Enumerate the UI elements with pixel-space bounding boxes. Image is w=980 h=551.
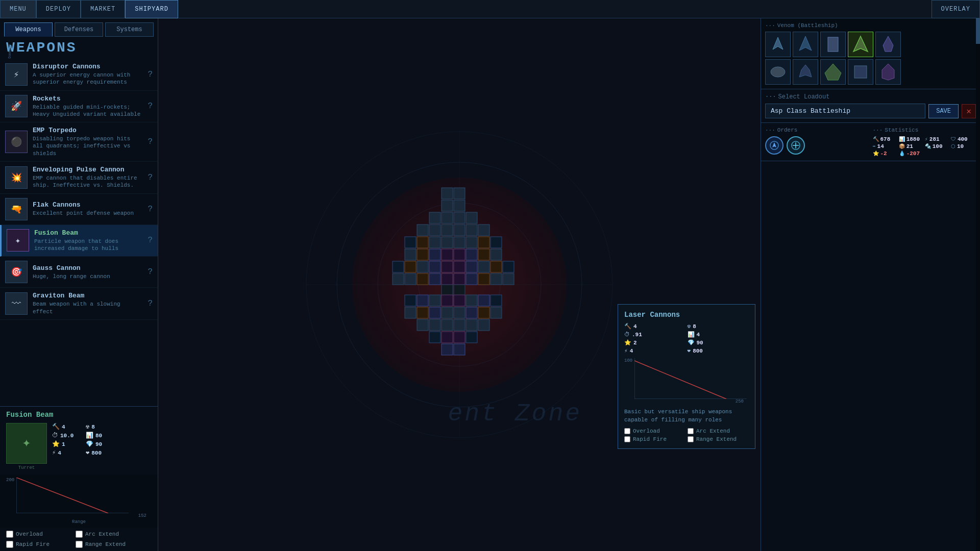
ship-thumb[interactable] [765, 32, 791, 57]
ship-title: Venom (Battleship) [777, 22, 838, 29]
weapon-item[interactable]: 🚀 Rockets Reliable guided mini-rockets; … [0, 91, 158, 123]
weapon-item[interactable]: 🎯 Gauss Cannon Huge, long range cannon ? [0, 257, 158, 288]
order-icon-1[interactable] [765, 136, 783, 155]
help-icon[interactable]: ? [148, 137, 153, 146]
help-icon[interactable]: ? [148, 267, 153, 277]
svg-point-93 [771, 67, 785, 77]
svg-rect-24 [429, 237, 440, 248]
ship-thumb[interactable] [793, 32, 818, 57]
popup-overload-checkbox[interactable] [624, 428, 630, 434]
save-loadout-button[interactable]: SAVE [928, 104, 959, 118]
weapon-item[interactable]: 🔫 Flak Cannons Excellent point defense w… [0, 194, 158, 225]
svg-rect-26 [454, 237, 465, 248]
weapon-name: Gauss Cannon [33, 264, 142, 272]
arc-extend-checkbox[interactable] [76, 531, 83, 538]
weapon-icon: 〰 [5, 292, 28, 315]
overlay-button[interactable]: OVERLAY [932, 0, 980, 18]
help-icon[interactable]: ? [148, 299, 153, 308]
help-icon[interactable]: ? [148, 236, 153, 245]
weapon-item[interactable]: 〰 Graviton Beam Beam weapon with a slowi… [0, 288, 158, 320]
svg-marker-95 [825, 64, 841, 80]
svg-rect-84 [454, 332, 465, 343]
help-icon[interactable]: ? [148, 102, 153, 111]
order-icon-2[interactable] [787, 136, 805, 155]
svg-rect-66 [478, 295, 489, 306]
ship-thumb[interactable] [820, 32, 846, 57]
svg-rect-63 [442, 295, 453, 306]
svg-rect-34 [454, 249, 465, 260]
shipyard-button[interactable]: SHIPYARD [125, 0, 178, 18]
svg-rect-71 [442, 307, 453, 318]
rapid-fire-option[interactable]: Rapid Fire [6, 541, 72, 548]
ship-thumb[interactable] [820, 59, 846, 85]
popup-title: Laser Cannons [624, 311, 749, 319]
arc-extend-option[interactable]: Arc Extend [76, 531, 142, 538]
weapon-item[interactable]: ⚡ Disruptor Cannons A superior energy ca… [0, 59, 158, 91]
popup-diamond-icon: 💎 [688, 339, 695, 346]
svg-rect-70 [429, 307, 440, 318]
weapon-detail: Fusion Beam ✦ Turret 🔨 4 ☢ 8 [0, 406, 158, 474]
range-extend-checkbox[interactable] [76, 541, 83, 548]
wrench-stat-icon: 🔩 [925, 143, 931, 149]
svg-rect-65 [466, 295, 477, 306]
tab-weapons[interactable]: Weapons [4, 22, 53, 37]
market-button[interactable]: MARKET [81, 0, 125, 18]
svg-rect-28 [478, 237, 489, 248]
svg-rect-31 [417, 249, 428, 260]
rapid-fire-label: Rapid Fire [16, 541, 50, 547]
help-icon[interactable]: ? [148, 205, 153, 214]
menu-button[interactable]: MENU [0, 0, 36, 18]
svg-rect-35 [466, 249, 477, 260]
ship-thumb-selected[interactable] [848, 32, 873, 57]
popup-range-extend-option[interactable]: Range Extend [688, 436, 749, 442]
arrow-stat-icon: ➡ [873, 143, 876, 149]
tab-systems[interactable]: Systems [105, 22, 154, 37]
weapon-item[interactable]: ⚫ EMP Torpedo Disabling torpedo weapon h… [0, 122, 158, 162]
overload-option[interactable]: Overload [6, 531, 72, 538]
svg-rect-74 [478, 307, 489, 318]
popup-range-extend-checkbox[interactable] [688, 436, 694, 442]
hammer-icon: 🔨 [52, 423, 60, 431]
svg-marker-94 [799, 65, 812, 77]
weapon-desc: EMP cannon that disables entire ship. In… [33, 174, 142, 189]
svg-rect-20 [466, 224, 477, 236]
svg-rect-14 [454, 212, 465, 223]
tab-defenses[interactable]: Defenses [55, 22, 103, 37]
loadout-name-input[interactable] [765, 104, 925, 118]
ship-thumb[interactable] [875, 32, 901, 57]
help-icon[interactable]: ? [148, 70, 153, 79]
weapon-icon: 🎯 [5, 261, 28, 283]
overload-checkbox[interactable] [6, 531, 13, 538]
svg-rect-39 [405, 261, 416, 272]
popup-range-val: 250 [736, 399, 744, 404]
ship-thumb[interactable] [875, 59, 901, 85]
rapid-fire-checkbox[interactable] [6, 541, 13, 548]
popup-rapid-fire-checkbox[interactable] [624, 436, 630, 442]
weapon-stats: 🔨 4 ☢ 8 ⏱ 10.0 📊 80 [52, 423, 152, 457]
range-extend-option[interactable]: Range Extend [76, 541, 142, 548]
selected-weapon-title: Fusion Beam [6, 411, 152, 419]
svg-marker-99 [772, 142, 776, 147]
popup-overload-option[interactable]: Overload [624, 428, 685, 434]
svg-rect-90 [828, 37, 838, 52]
weapon-name: Fusion Beam [34, 229, 142, 237]
deploy-button[interactable]: DEPLOY [36, 0, 81, 18]
weapon-item[interactable]: 💥 Enveloping Pulse Cannon EMP cannon tha… [0, 162, 158, 194]
popup-rapid-fire-option[interactable]: Rapid Fire [624, 436, 685, 442]
popup-arc-extend-checkbox[interactable] [688, 428, 694, 434]
ship-thumb[interactable] [765, 59, 791, 85]
popup-bar-icon: 📊 [688, 331, 695, 338]
weapon-item-fusion-beam[interactable]: ✦ Fusion Beam Particle weapon that does … [0, 225, 158, 257]
ship-thumb[interactable] [793, 59, 818, 85]
popup-arc-extend-option[interactable]: Arc Extend [688, 428, 749, 434]
svg-rect-68 [405, 307, 416, 318]
ship-thumb[interactable] [848, 59, 873, 85]
bolt-stat-icon: ⚡ [925, 136, 928, 142]
svg-rect-54 [466, 273, 477, 285]
weapon-desc: Beam weapon with a slowing effect [33, 300, 142, 315]
help-icon[interactable]: ? [148, 173, 153, 182]
loadout-section: ··· Select Loadout SAVE ✕ [761, 89, 980, 123]
weapon-name: Rockets [33, 95, 142, 103]
delete-loadout-button[interactable]: ✕ [962, 104, 976, 118]
popup-star-icon: ⭐ [624, 339, 631, 346]
